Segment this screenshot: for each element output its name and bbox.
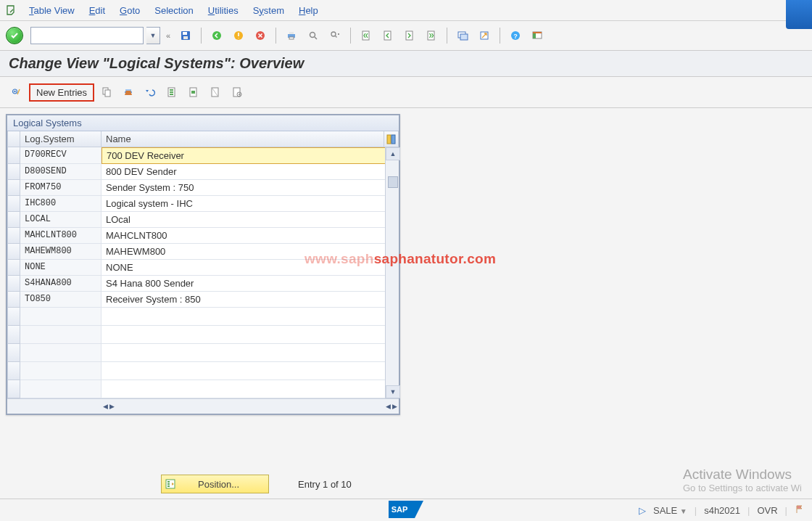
cell-name[interactable]: Logical system - IHC: [102, 196, 399, 212]
row-selector[interactable]: [7, 344, 20, 362]
row-selector[interactable]: [7, 308, 20, 326]
deselect-all-button[interactable]: [206, 83, 225, 101]
command-field-dropdown[interactable]: ▼: [146, 27, 160, 44]
cell-name[interactable]: 700 DEV Receiver: [102, 147, 399, 164]
cell-name[interactable]: 800 DEV Sender: [102, 164, 399, 180]
screen-title: Change View "Logical Systems": Overview: [9, 55, 803, 72]
menu-edit[interactable]: Edit: [82, 5, 112, 16]
row-selector[interactable]: [7, 147, 20, 164]
print-button[interactable]: [282, 27, 301, 44]
cell-log-system[interactable]: D800SEND: [20, 164, 102, 180]
status-nav-icon[interactable]: ▷: [639, 505, 646, 516]
row-selector-header[interactable]: [7, 131, 20, 147]
menu-system[interactable]: System: [246, 5, 291, 16]
cell-log-system[interactable]: TO850: [20, 292, 102, 308]
status-flag-icon[interactable]: [795, 504, 805, 517]
enter-button[interactable]: [6, 27, 23, 44]
undo-button[interactable]: [141, 83, 160, 101]
status-insert-mode[interactable]: OVR: [757, 505, 777, 516]
menu-utilities[interactable]: Utilities: [201, 5, 246, 16]
row-selector[interactable]: [7, 276, 20, 292]
vertical-scrollbar[interactable]: ▲▼: [385, 147, 399, 398]
cell-log-system[interactable]: MAHEWM800: [20, 244, 102, 260]
copy-as-button[interactable]: [97, 83, 116, 101]
row-selector[interactable]: [7, 244, 20, 260]
cell-log-system[interactable]: S4HANA800: [20, 276, 102, 292]
row-selector[interactable]: [7, 196, 20, 212]
delete-button[interactable]: [119, 83, 138, 101]
create-shortcut-button[interactable]: [475, 27, 494, 44]
cell-log-system[interactable]: [20, 362, 102, 380]
row-selector[interactable]: [7, 380, 20, 398]
first-page-button[interactable]: [357, 27, 376, 44]
row-selector[interactable]: [7, 326, 20, 344]
exit-button[interactable]: [229, 27, 248, 44]
status-tcode[interactable]: SALE ▼: [653, 505, 687, 516]
cell-log-system[interactable]: D700RECV: [20, 147, 102, 164]
scroll-up-button[interactable]: ▲: [386, 147, 400, 160]
horizontal-scrollbar[interactable]: ◀▶ ◀▶: [7, 398, 399, 414]
select-block-button[interactable]: [184, 83, 203, 101]
configure-columns-button[interactable]: [384, 131, 399, 147]
hscroll-left-icon[interactable]: ◀: [103, 403, 108, 410]
layout-button[interactable]: [528, 27, 547, 44]
cell-log-system[interactable]: MAHCLNT800: [20, 228, 102, 244]
scroll-down-button[interactable]: ▼: [386, 385, 400, 398]
row-selector[interactable]: [7, 260, 20, 276]
position-button[interactable]: Position...: [161, 475, 269, 493]
command-field[interactable]: [30, 27, 144, 44]
next-page-button[interactable]: [400, 27, 419, 44]
svg-rect-29: [125, 89, 131, 91]
col-header-log-system[interactable]: Log.System: [20, 131, 102, 147]
cell-name[interactable]: MAHCLNT800: [102, 228, 399, 244]
back-button[interactable]: [207, 27, 226, 44]
table-row: NONENONE: [7, 260, 399, 276]
cell-name[interactable]: LOcal: [102, 212, 399, 228]
cell-name[interactable]: NONE: [102, 260, 399, 276]
row-selector[interactable]: [7, 180, 20, 196]
cell-log-system[interactable]: [20, 308, 102, 326]
hscroll-left2-icon[interactable]: ◀: [386, 403, 391, 410]
new-entries-button[interactable]: New Entries: [29, 83, 94, 102]
cell-log-system[interactable]: [20, 344, 102, 362]
menu-goto[interactable]: Goto: [112, 5, 147, 16]
row-selector[interactable]: [7, 228, 20, 244]
scroll-thumb[interactable]: [388, 176, 398, 188]
prev-page-button[interactable]: [378, 27, 397, 44]
cell-log-system[interactable]: LOCAL: [20, 212, 102, 228]
hscroll-right-icon[interactable]: ▶: [109, 403, 115, 410]
cell-log-system[interactable]: [20, 380, 102, 398]
cell-name[interactable]: [102, 308, 399, 326]
row-selector[interactable]: [7, 362, 20, 380]
toggle-display-change-button[interactable]: [7, 83, 26, 101]
cell-log-system[interactable]: IHC800: [20, 196, 102, 212]
cell-log-system[interactable]: [20, 326, 102, 344]
hscroll-right2-icon[interactable]: ▶: [392, 403, 397, 410]
row-selector[interactable]: [7, 292, 20, 308]
new-session-button[interactable]: [453, 27, 472, 44]
cell-name[interactable]: MAHEWM800: [102, 244, 399, 260]
cell-name[interactable]: Receiver System : 850: [102, 292, 399, 308]
cancel-button[interactable]: [251, 27, 270, 44]
table-settings-button[interactable]: [228, 83, 246, 101]
cell-log-system[interactable]: NONE: [20, 260, 102, 276]
cell-name[interactable]: [102, 326, 399, 344]
menu-table-view[interactable]: TTable Viewable View: [22, 5, 82, 16]
save-button[interactable]: [176, 27, 195, 44]
cell-name[interactable]: [102, 380, 399, 398]
cell-name[interactable]: Sender System : 750: [102, 180, 399, 196]
find-next-button[interactable]: [326, 27, 344, 44]
menu-help[interactable]: Help: [291, 5, 326, 16]
cell-name[interactable]: [102, 362, 399, 380]
menu-selection[interactable]: Selection: [147, 5, 200, 16]
row-selector[interactable]: [7, 212, 20, 228]
cell-name[interactable]: [102, 344, 399, 362]
col-header-name[interactable]: Name: [102, 131, 384, 147]
row-selector[interactable]: [7, 164, 20, 180]
find-button[interactable]: [304, 27, 323, 44]
cell-name[interactable]: S4 Hana 800 Sender: [102, 276, 399, 292]
help-button[interactable]: ?: [506, 27, 525, 44]
last-page-button[interactable]: [422, 27, 441, 44]
select-all-button[interactable]: [162, 83, 181, 101]
cell-log-system[interactable]: FROM750: [20, 180, 102, 196]
